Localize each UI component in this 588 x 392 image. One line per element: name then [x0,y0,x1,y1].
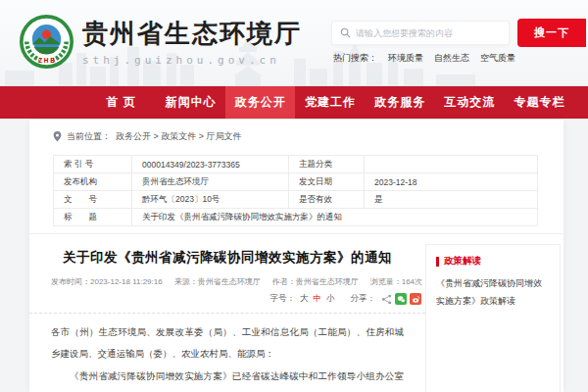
red-accent-bar [436,257,439,267]
meta-label: 标 题 [54,209,132,226]
site-title: 贵州省生态环境厅 [82,17,302,51]
search-box[interactable] [331,21,510,45]
hot-search-item[interactable]: 环境质量 [388,52,423,65]
hot-search-label: 热门搜索： [333,52,377,65]
breadcrumb-path[interactable]: 政务公开 > 政策文件 > 厅局文件 [116,130,242,143]
agency-logo: Z H B [20,15,74,69]
article-title: 关于印发《贵州省减污降碳协同增效实施方案》的通知 [39,249,416,267]
table-row: 文 号 黔环气〔2023〕10号 是否有效 是 [54,191,538,209]
content-card: 当前位置：政务公开 > 政策文件 > 厅局文件 索 引 号 000014349/… [29,120,564,392]
article-meta: 发布时间：2023-12-18 11:29:16 来源：贵州省生态环境厅 作者：… [29,276,425,287]
nav-item-services[interactable]: 政务服务 [366,86,435,119]
article-main: 关于印发《贵州省减污降碳协同增效实施方案》的通知 发布时间：2023-12-18… [29,234,425,392]
policy-link[interactable]: 《贵州省减污降碳协同增效实施方案》政策解读 [436,275,550,310]
breadcrumb: 当前位置：政务公开 > 政策文件 > 厅局文件 [29,120,564,152]
view-count: 浏览量：164次 [370,276,422,287]
table-row: 索 引 号 000014349/2023-3773365 主题分类 [54,156,538,173]
svg-text:Z H B: Z H B [38,57,55,64]
meta-label: 发文日期 [289,173,365,191]
search-input[interactable] [356,28,501,38]
nav-item-news[interactable]: 新闻中心 [156,86,225,119]
meta-value: 黔环气〔2023〕10号 [132,191,289,209]
source: 来源：贵州省生态环境厅 [174,276,261,287]
dashed-divider [29,313,425,314]
hot-search-item[interactable]: 自然生态 [434,52,469,65]
author: 作者：贵州省生态环境厅 [272,276,359,287]
meta-label: 发布机构 [54,173,132,191]
breadcrumb-label: 当前位置： [67,130,111,143]
article-body: 各市（州）生态环境局、发展改革委（局）、工业和信息化局（工能局）、住房和城乡建设… [29,318,425,392]
meta-value: 是 [365,191,538,209]
search-icon [340,27,351,38]
page-background: 当前位置：政务公开 > 政策文件 > 厅局文件 索 引 号 000014349/… [0,119,588,392]
location-pin-icon [53,131,62,142]
article-tools: 字号： 大 中 小 分享： [29,287,425,305]
nav-item-home[interactable]: 首 页 [86,86,156,119]
meta-value: 关于印发《贵州省减污降碳协同增效实施方案》的通知 [132,209,538,226]
wechat-share-icon[interactable] [395,293,407,305]
nav-item-gov-open[interactable]: 政务公开 [225,86,295,119]
policy-interpretation-panel: 政策解读 《贵州省减污降碳协同增效实施方案》政策解读 [425,244,561,392]
meta-value: 贵州省生态环境厅 [132,173,289,191]
publish-time: 发布时间：2023-12-18 11:29:16 [51,276,163,287]
font-size-small[interactable]: 小 [326,293,335,305]
nav-item-interaction[interactable]: 互动交流 [435,86,505,119]
site-brand: Z H B 贵州省生态环境厅 sthj.guizhou.gov.cn [20,15,302,69]
font-size-medium[interactable]: 中 [314,293,322,305]
nav-item-party[interactable]: 党建工作 [295,86,365,119]
main-nav: 首 页 新闻中心 政务公开 党建工作 政务服务 互动交流 专题专栏 [0,86,588,119]
paragraph: 《贵州省减污降碳协同增效实施方案》已经省碳达峰碳中和工作领导小组办公室同意，现印… [51,366,404,392]
weibo-share-icon[interactable] [410,293,421,305]
site-url: sthj.guizhou.gov.cn [82,54,302,67]
paragraph: 各市（州）生态环境局、发展改革委（局）、工业和信息化局（工能局）、住房和城乡建设… [51,321,404,366]
font-size-label: 字号： [270,293,296,305]
table-row: 发布机构 贵州省生态环境厅 发文日期 2023-12-18 [54,173,538,191]
meta-value: 2023-12-18 [365,173,538,191]
hot-search-item[interactable]: 空气质量 [480,52,515,65]
meta-value: 000014349/2023-3773365 [132,156,289,173]
meta-label: 文 号 [54,191,132,209]
meta-label: 索 引 号 [54,156,132,173]
site-header: Z H B 贵州省生态环境厅 sthj.guizhou.gov.cn 搜一下 热… [0,0,588,86]
meta-label: 主题分类 [289,156,365,173]
search-button[interactable]: 搜一下 [517,19,586,47]
share-icon[interactable] [380,293,392,305]
font-size-large[interactable]: 大 [300,293,309,305]
meta-value [365,156,538,173]
document-meta-table: 索 引 号 000014349/2023-3773365 主题分类 发布机构 贵… [53,155,538,226]
nav-item-topics[interactable]: 专题专栏 [505,86,574,119]
share-label: 分享： [351,293,376,305]
table-row: 标 题 关于印发《贵州省减污降碳协同增效实施方案》的通知 [54,209,538,226]
policy-panel-title: 政策解读 [444,255,481,268]
meta-label: 是否有效 [289,191,365,209]
